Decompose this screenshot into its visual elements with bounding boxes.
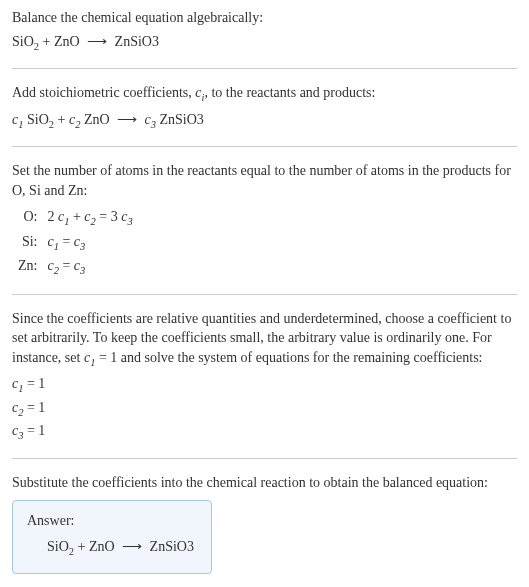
coef-value: c2 = 1 [12, 398, 517, 420]
arrow-icon: ⟶ [122, 539, 142, 554]
divider [12, 458, 517, 459]
table-row: O: 2 c1 + c2 = 3 c3 [12, 206, 139, 230]
divider [12, 146, 517, 147]
step2-section: Set the number of atoms in the reactants… [12, 161, 517, 280]
reactant-sio2: SiO2 [47, 539, 74, 554]
step2-text: Set the number of atoms in the reactants… [12, 161, 517, 200]
element-equation: c1 = c3 [41, 231, 138, 255]
table-row: Zn: c2 = c3 [12, 255, 139, 279]
step3-text: Since the coefficients are relative quan… [12, 309, 517, 371]
atom-equations-table: O: 2 c1 + c2 = 3 c3 Si: c1 = c3 Zn: c2 =… [12, 206, 139, 279]
intro-equation: SiO2 + ZnO ⟶ ZnSiO3 [12, 32, 517, 54]
reactant-sio2: SiO2 [12, 34, 39, 49]
table-row: Si: c1 = c3 [12, 231, 139, 255]
step1-equation: c1 SiO2 + c2 ZnO ⟶ c3 ZnSiO3 [12, 110, 517, 132]
step1-text: Add stoichiometric coefficients, ci, to … [12, 83, 517, 105]
intro-text: Balance the chemical equation algebraica… [12, 8, 517, 28]
answer-box: Answer: SiO2 + ZnO ⟶ ZnSiO3 [12, 500, 212, 574]
step3-section: Since the coefficients are relative quan… [12, 309, 517, 444]
step1-section: Add stoichiometric coefficients, ci, to … [12, 83, 517, 132]
answer-label: Answer: [27, 511, 197, 531]
coef-value: c1 = 1 [12, 374, 517, 396]
arrow-icon: ⟶ [87, 34, 107, 49]
coef-value: c3 = 1 [12, 421, 517, 443]
coefficient-solution: c1 = 1 c2 = 1 c3 = 1 [12, 374, 517, 443]
element-label: O: [12, 206, 41, 230]
step4-section: Substitute the coefficients into the che… [12, 473, 517, 493]
answer-equation: SiO2 + ZnO ⟶ ZnSiO3 [27, 537, 197, 559]
intro-section: Balance the chemical equation algebraica… [12, 8, 517, 54]
element-label: Zn: [12, 255, 41, 279]
element-equation: 2 c1 + c2 = 3 c3 [41, 206, 138, 230]
divider [12, 68, 517, 69]
arrow-icon: ⟶ [117, 112, 137, 127]
element-label: Si: [12, 231, 41, 255]
divider [12, 294, 517, 295]
element-equation: c2 = c3 [41, 255, 138, 279]
step4-text: Substitute the coefficients into the che… [12, 473, 517, 493]
